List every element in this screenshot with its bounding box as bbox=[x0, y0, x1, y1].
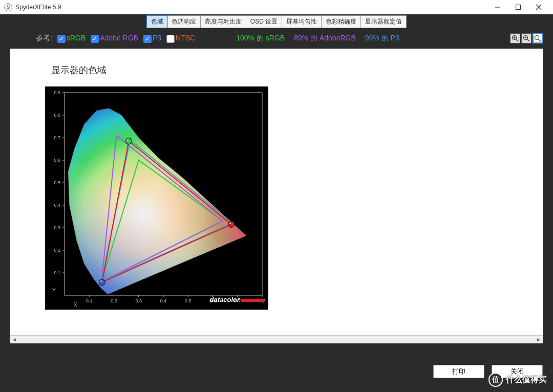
chart-title: 显示器的色域 bbox=[51, 64, 543, 76]
svg-point-18 bbox=[228, 221, 235, 227]
coverage-0: 100% 的 sRGB bbox=[236, 34, 285, 42]
svg-text:0.2: 0.2 bbox=[111, 298, 117, 303]
gamut-chart[interactable]: 0.10.20.30.40.50.60.70.80.10.20.30.40.50… bbox=[45, 86, 268, 310]
ref-label-3: NTSC bbox=[176, 34, 195, 42]
svg-text:0.4: 0.4 bbox=[54, 203, 60, 208]
svg-line-9 bbox=[527, 39, 530, 42]
svg-text:Y: Y bbox=[52, 288, 56, 293]
svg-text:0.1: 0.1 bbox=[54, 270, 60, 275]
minimize-button[interactable] bbox=[487, 0, 508, 14]
svg-text:0.3: 0.3 bbox=[54, 225, 60, 230]
svg-text:X: X bbox=[74, 302, 77, 308]
tab-5[interactable]: 色彩精确度 bbox=[322, 16, 361, 28]
svg-text:0.9: 0.9 bbox=[54, 90, 60, 95]
brand-logo: datacolor bbox=[209, 296, 264, 303]
svg-text:0.4: 0.4 bbox=[160, 298, 167, 303]
svg-text:0.5: 0.5 bbox=[54, 180, 60, 185]
checkbox-srgb[interactable]: ✓ bbox=[57, 35, 66, 43]
svg-text:0.5: 0.5 bbox=[185, 298, 192, 303]
titlebar: S SpyderXElite 5.9 bbox=[0, 0, 553, 14]
zoom-fit-button[interactable] bbox=[533, 33, 543, 43]
svg-text:0.1: 0.1 bbox=[86, 298, 93, 303]
svg-point-23 bbox=[100, 280, 102, 282]
ref-label-0: sRGB bbox=[67, 34, 86, 42]
svg-text:0.6: 0.6 bbox=[54, 158, 60, 163]
svg-point-21 bbox=[127, 139, 129, 141]
zoom-out-button[interactable] bbox=[521, 33, 531, 43]
svg-text:0.7: 0.7 bbox=[54, 135, 60, 140]
svg-point-19 bbox=[229, 223, 231, 224]
zoom-group bbox=[510, 33, 543, 43]
svg-text:0.8: 0.8 bbox=[54, 113, 60, 118]
checkbox-adobe-rgb[interactable]: ✓ bbox=[91, 35, 99, 43]
tab-6[interactable]: 显示器额定值 bbox=[361, 16, 406, 28]
svg-line-12 bbox=[539, 39, 541, 42]
tab-0[interactable]: 色域 bbox=[146, 15, 168, 28]
zoom-in-button[interactable] bbox=[510, 33, 520, 43]
checkbox-p3[interactable]: ✓ bbox=[143, 35, 152, 43]
ref-label-1: Adobe RGB bbox=[100, 34, 138, 42]
app-icon: S bbox=[4, 3, 12, 11]
close-button[interactable] bbox=[528, 0, 549, 14]
svg-text:0.3: 0.3 bbox=[135, 298, 142, 303]
coverage-2: 99% 的 P3 bbox=[365, 34, 399, 42]
reference-row: 参考: ✓sRGB✓Adobe RGB✓P3NTSC 100% 的 sRGB89… bbox=[0, 28, 553, 47]
tab-2[interactable]: 亮度与对比度 bbox=[201, 16, 246, 28]
canvas-area: 显示器的色域 0.10.20.30.40.50.60.70.80.10.20.3… bbox=[10, 49, 543, 343]
window-title: SpyderXElite 5.9 bbox=[15, 4, 487, 11]
watermark-badge-icon: 值 bbox=[488, 373, 503, 387]
svg-point-11 bbox=[535, 36, 539, 40]
svg-text:0.2: 0.2 bbox=[54, 248, 60, 253]
footer: 打印 关闭 bbox=[0, 360, 553, 392]
reference-label: 参考: bbox=[36, 34, 52, 43]
tabs: 色域色调响应亮度与对比度OSD 设置屏幕均匀性色彩精确度显示器额定值 bbox=[146, 15, 407, 28]
svg-point-20 bbox=[125, 138, 132, 144]
maximize-button[interactable] bbox=[508, 0, 528, 14]
tab-4[interactable]: 屏幕均匀性 bbox=[282, 16, 322, 28]
coverage-1: 89% 的 AdobeRGB bbox=[294, 34, 356, 42]
horizontal-scrollbar[interactable]: ◄ ► bbox=[10, 335, 543, 343]
watermark-text: 什么值得买 bbox=[506, 375, 547, 385]
tab-1[interactable]: 色调响应 bbox=[167, 16, 201, 28]
app-body: 色域色调响应亮度与对比度OSD 设置屏幕均匀性色彩精确度显示器额定值 参考: ✓… bbox=[0, 14, 553, 392]
watermark: 值 什么值得买 bbox=[488, 373, 547, 387]
print-button[interactable]: 打印 bbox=[433, 365, 484, 378]
checkbox-ntsc[interactable] bbox=[166, 35, 175, 43]
scroll-right-icon[interactable]: ► bbox=[535, 336, 543, 344]
svg-rect-1 bbox=[516, 5, 521, 9]
tab-3[interactable]: OSD 设置 bbox=[246, 16, 282, 28]
scroll-left-icon[interactable]: ◄ bbox=[10, 336, 18, 344]
ref-label-2: P3 bbox=[153, 34, 161, 42]
svg-line-5 bbox=[516, 39, 519, 42]
tabs-row: 色域色调响应亮度与对比度OSD 设置屏幕均匀性色彩精确度显示器额定值 bbox=[0, 14, 553, 28]
svg-point-22 bbox=[99, 279, 105, 285]
